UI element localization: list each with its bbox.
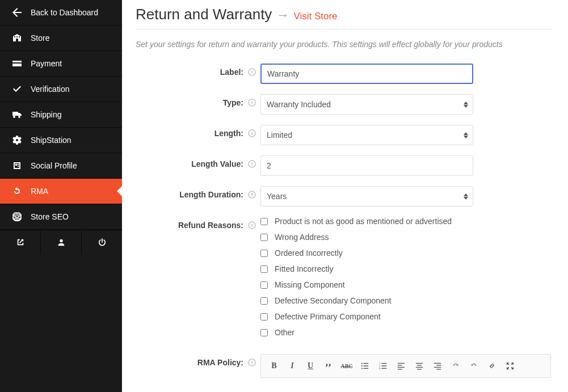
align-left-icon <box>397 362 405 370</box>
help-icon[interactable]: ? <box>248 68 256 76</box>
svg-point-19 <box>361 368 363 369</box>
refund-reason-item[interactable]: Other <box>260 328 551 337</box>
sidebar-item-label: Verification <box>31 85 69 94</box>
visit-store-link[interactable]: Visit Store <box>293 11 337 22</box>
external-link-button[interactable] <box>0 230 41 254</box>
chevron-updown-icon <box>464 193 468 200</box>
svg-text:?: ? <box>251 162 254 167</box>
chevron-updown-icon <box>464 132 468 138</box>
sidebar-item-shipstation[interactable]: ShipStation <box>0 128 122 153</box>
editor-ul-button[interactable] <box>356 358 373 374</box>
editor-fullscreen-button[interactable] <box>502 358 519 374</box>
refund-reason-checkbox[interactable] <box>260 265 268 273</box>
svg-point-17 <box>361 365 363 366</box>
refund-reason-checkbox[interactable] <box>260 297 268 305</box>
svg-rect-38 <box>436 369 441 369</box>
credit-card-icon <box>11 59 23 68</box>
list-ul-icon <box>361 362 369 370</box>
svg-rect-27 <box>398 363 405 364</box>
refund-reason-item[interactable]: Ordered Incorrectly <box>260 248 551 258</box>
help-icon[interactable]: ? <box>248 359 256 366</box>
svg-text:3: 3 <box>379 367 381 370</box>
refund-reason-checkbox[interactable] <box>260 218 268 225</box>
refund-reason-checkbox[interactable] <box>260 281 268 289</box>
svg-rect-26 <box>381 368 386 369</box>
editor-ol-button[interactable]: 123 <box>375 358 392 374</box>
sidebar-item-seo[interactable]: Store SEO <box>0 204 122 230</box>
sidebar-item-label: Shipping <box>31 110 62 119</box>
refund-reason-checkbox[interactable] <box>260 234 268 241</box>
svg-rect-22 <box>381 363 386 364</box>
editor-strike-button[interactable]: ABC <box>338 358 355 374</box>
svg-text:?: ? <box>251 223 254 228</box>
divider <box>136 29 551 29</box>
label-input[interactable] <box>260 64 473 84</box>
help-icon[interactable]: ? <box>248 129 256 137</box>
svg-text:?: ? <box>251 70 254 75</box>
help-icon[interactable]: ? <box>248 221 256 229</box>
editor-italic-button[interactable]: I <box>284 358 301 374</box>
main-content: Return and Warranty → Visit Store Set yo… <box>122 0 568 392</box>
sidebar-item-store[interactable]: Store <box>0 26 122 51</box>
sidebar-item-verification[interactable]: Verification <box>0 77 122 102</box>
refund-reasons-list: Product is not as good as mentioned or a… <box>260 217 551 344</box>
refund-reason-checkbox[interactable] <box>260 329 268 336</box>
rma-policy-label: RMA Policy: ? <box>136 354 260 367</box>
editor-undo-button[interactable] <box>447 358 464 374</box>
editor-underline-button[interactable]: U <box>302 358 319 374</box>
editor-quote-button[interactable] <box>320 358 337 374</box>
svg-rect-29 <box>398 367 405 368</box>
refund-reason-item[interactable]: Missing Component <box>260 280 551 289</box>
sidebar-item-label: Store <box>31 33 49 43</box>
length-select[interactable]: Limited <box>260 125 473 145</box>
refund-reason-item[interactable]: Defective Secondary Component <box>260 296 551 305</box>
help-icon[interactable]: ? <box>248 160 256 168</box>
sidebar-item-rma[interactable]: RMA <box>0 179 122 204</box>
length-duration-select[interactable]: Years <box>260 186 473 206</box>
align-center-icon <box>415 362 423 370</box>
redo-icon <box>470 362 478 370</box>
editor-align-right-button[interactable] <box>429 358 446 374</box>
refund-reason-item[interactable]: Wrong Address <box>260 233 551 242</box>
refund-reason-checkbox[interactable] <box>260 250 268 257</box>
svg-rect-34 <box>417 369 422 369</box>
help-icon[interactable]: ? <box>248 191 256 199</box>
fullscreen-icon <box>506 362 514 370</box>
power-button[interactable] <box>82 230 122 254</box>
chevron-updown-icon <box>464 102 468 108</box>
refund-reason-label: Fitted Incorrectly <box>275 264 333 273</box>
length-label: Length: ? <box>136 125 260 138</box>
svg-text:?: ? <box>251 192 254 197</box>
refund-reason-item[interactable]: Defective Primary Component <box>260 312 551 321</box>
editor-redo-button[interactable] <box>465 358 482 374</box>
page-description: Set your settings for return and warrant… <box>136 40 551 49</box>
editor-align-left-button[interactable] <box>393 358 410 374</box>
editor-bold-button[interactable]: B <box>266 358 283 374</box>
power-icon <box>98 238 106 246</box>
refund-reason-label: Defective Secondary Component <box>275 296 391 305</box>
gear-icon <box>11 136 23 145</box>
refund-reason-checkbox[interactable] <box>260 313 268 321</box>
refund-reason-item[interactable]: Fitted Incorrectly <box>260 264 551 273</box>
svg-rect-31 <box>416 363 423 364</box>
editor-link-button[interactable] <box>483 358 500 374</box>
svg-rect-30 <box>398 369 402 369</box>
editor-toolbar: B I U ABC 123 <box>260 354 551 378</box>
type-select[interactable]: Warranty Included <box>260 94 473 115</box>
refund-reason-label: Defective Primary Component <box>275 312 381 321</box>
refund-reason-item[interactable]: Product is not as good as mentioned or a… <box>260 217 551 226</box>
link-icon <box>488 362 496 370</box>
svg-rect-33 <box>416 367 423 368</box>
refund-reason-label: Other <box>275 328 294 337</box>
length-value-input[interactable] <box>260 155 473 176</box>
help-icon[interactable]: ? <box>248 99 256 107</box>
sidebar-item-social[interactable]: Social Profile <box>0 153 122 179</box>
sidebar-item-payment[interactable]: Payment <box>0 51 122 77</box>
undo-icon <box>452 362 460 370</box>
sidebar-item-shipping[interactable]: Shipping <box>0 102 122 128</box>
sidebar-item-dashboard[interactable]: Back to Dashboard <box>0 0 122 26</box>
user-button[interactable] <box>41 230 82 254</box>
editor-align-center-button[interactable] <box>411 358 428 374</box>
length-value-label: Length Value: ? <box>136 155 260 168</box>
sidebar: Back to Dashboard Store Payment Verifica… <box>0 0 122 392</box>
